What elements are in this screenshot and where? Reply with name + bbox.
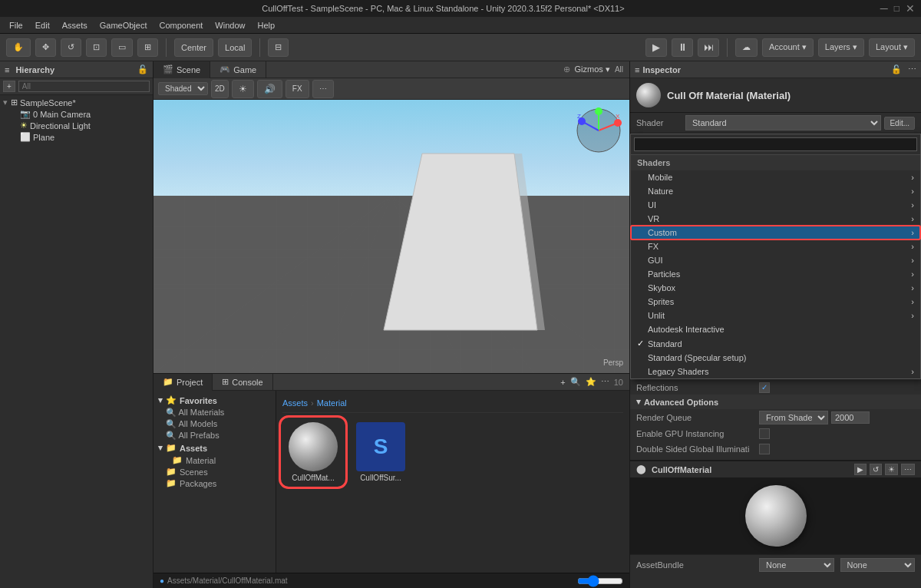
add-project-btn[interactable]: + [560,378,565,387]
preview-more-btn[interactable]: ⋯ [901,464,915,475]
step-btn[interactable]: ⏭ [698,38,719,57]
assets-material[interactable]: 📁 Material [154,454,276,466]
shader-nature[interactable]: Nature › [631,184,920,198]
menu-file[interactable]: File [3,21,29,30]
double-sided-checkbox[interactable] [759,444,770,454]
minimize-btn[interactable]: ─ [880,2,888,15]
shading-select[interactable]: Shaded [158,82,208,95]
shader-vr[interactable]: VR › [631,212,920,226]
assets-header[interactable]: ▾ 📁 Assets [154,441,276,454]
svg-text:Z: Z [577,113,581,120]
particles-arrow: › [911,269,914,279]
menu-help[interactable]: Help [251,21,281,30]
material-path[interactable]: Material [317,398,347,408]
fx-btn[interactable]: FX [286,80,309,98]
tab-project[interactable]: 📁 Project [154,374,213,391]
move-tool[interactable]: ✥ [35,38,56,57]
maximize-btn[interactable]: □ [894,3,900,14]
shader-particles[interactable]: Particles › [631,267,920,281]
shader-fx[interactable]: FX › [631,239,920,253]
scale-tool[interactable]: ⊡ [86,38,107,57]
more-btn[interactable]: ⋯ [601,377,609,387]
pause-btn[interactable]: ⏸ [672,38,693,57]
shader-sprites[interactable]: Sprites › [631,295,920,309]
camera-item[interactable]: 📷 0 Main Camera [0,108,153,120]
assets-path[interactable]: Assets [282,398,308,408]
tab-console[interactable]: ⊞ Console [213,374,272,391]
center-btn[interactable]: Center [174,38,213,57]
menu-gameobject[interactable]: GameObject [94,21,154,30]
2d-btn[interactable]: 2D [211,80,229,98]
shader-standard-specular[interactable]: Standard (Specular setup) [631,351,920,365]
asset-bundle-select1[interactable]: None [759,558,834,572]
plane-item[interactable]: ⬜ Plane [0,131,153,143]
inspector-lock[interactable]: 🔓 [891,64,902,74]
material-header: Cull Off Material (Material) [630,78,921,113]
shader-mobile[interactable]: Mobile › [631,170,920,184]
transform-tool[interactable]: ⊞ [137,38,158,57]
fav-all-materials[interactable]: 🔍 All Materials [154,407,276,418]
shader-legacy[interactable]: Legacy Shaders › [631,365,920,378]
dropdown-search-input[interactable] [634,137,917,151]
scene-more-btn[interactable]: ⋯ [312,80,334,98]
shader-unlit[interactable]: Unlit › [631,309,920,322]
asset-bundle-select2[interactable]: None [840,558,916,572]
layout-btn[interactable]: Layout ▾ [869,38,915,57]
shader-standard[interactable]: ✓ Standard [631,336,920,351]
advanced-options-header[interactable]: ▾ Advanced Options [630,395,921,409]
star-btn[interactable]: ⭐ [586,377,596,387]
search-project-btn[interactable]: 🔍 [570,377,581,387]
hand-tool[interactable]: ✋ [6,38,31,57]
bottom-tabs: 📁 Project ⊞ Console + 🔍 ⭐ ⋯ 10 [154,374,629,391]
shader-skybox[interactable]: Skybox › [631,281,920,295]
tab-scene[interactable]: 🎬 Scene [154,61,210,78]
fav-all-models[interactable]: 🔍 All Models [154,418,276,430]
close-btn[interactable]: ✕ [906,2,915,15]
hierarchy-search[interactable] [18,81,150,92]
packages-folder-icon: 📁 [166,478,177,488]
light-item[interactable]: ☀ Directional Light [0,120,153,131]
gpu-instancing-checkbox[interactable] [759,428,770,439]
assets-scenes[interactable]: 📁 Scenes [154,466,276,477]
menu-assets[interactable]: Assets [56,21,94,30]
audio-btn[interactable]: 🔊 [257,80,282,98]
render-queue-number[interactable] [831,411,870,424]
reflections-checkbox[interactable] [759,382,770,393]
menu-edit[interactable]: Edit [29,21,56,30]
shader-ui[interactable]: UI › [631,198,920,212]
zoom-slider[interactable] [577,576,623,586]
collab-btn[interactable]: ☁ [735,38,758,57]
shader-autodesk[interactable]: Autodesk Interactive [631,322,920,336]
tab-game[interactable]: 🎮 Game [210,61,266,78]
preview-play-btn[interactable]: ▶ [854,464,867,475]
hierarchy-add-btn[interactable]: + [3,81,15,92]
preview-light-btn[interactable]: ☀ [885,464,898,475]
assets-packages[interactable]: 📁 Packages [154,477,276,489]
account-btn[interactable]: Account ▾ [762,38,814,57]
menu-window[interactable]: Window [209,21,251,30]
shader-select[interactable]: Standard [685,115,881,130]
edit-btn[interactable]: Edit... [884,117,915,130]
favorites-header[interactable]: ▾ ⭐ Favorites [154,394,276,407]
custom-tool[interactable]: ⊟ [268,38,289,57]
gizmos-label[interactable]: Gizmos ▾ [575,64,610,74]
shader-dropdown[interactable]: Shaders Mobile › Nature › UI › [630,134,921,379]
rect-tool[interactable]: ▭ [111,38,133,57]
shader-custom[interactable]: Custom › [631,226,920,239]
hierarchy-lock[interactable]: 🔓 [137,64,148,74]
shader-gui[interactable]: GUI › [631,253,920,267]
menu-component[interactable]: Component [153,21,209,30]
local-btn[interactable]: Local [218,38,252,57]
asset-culloffsurface[interactable]: S CullOffSur... [350,419,411,485]
scene-item[interactable]: ▾ ⊞ SampleScene* [0,97,153,108]
lighting-btn[interactable]: ☀ [232,80,254,98]
preview-rotate-btn[interactable]: ↺ [870,464,882,475]
render-queue-select[interactable]: From Shader [759,411,828,424]
layers-btn[interactable]: Layers ▾ [818,38,864,57]
rotate-tool[interactable]: ↺ [61,38,81,57]
material-preview-section: ⬤ CullOffMaterial ▶ ↺ ☀ ⋯ AssetBundle [630,460,921,575]
fav-all-prefabs[interactable]: 🔍 All Prefabs [154,430,276,441]
asset-culloffmaterial[interactable]: CullOffMat... [282,419,344,485]
inspector-more[interactable]: ⋯ [908,64,916,74]
play-btn[interactable]: ▶ [645,38,667,57]
